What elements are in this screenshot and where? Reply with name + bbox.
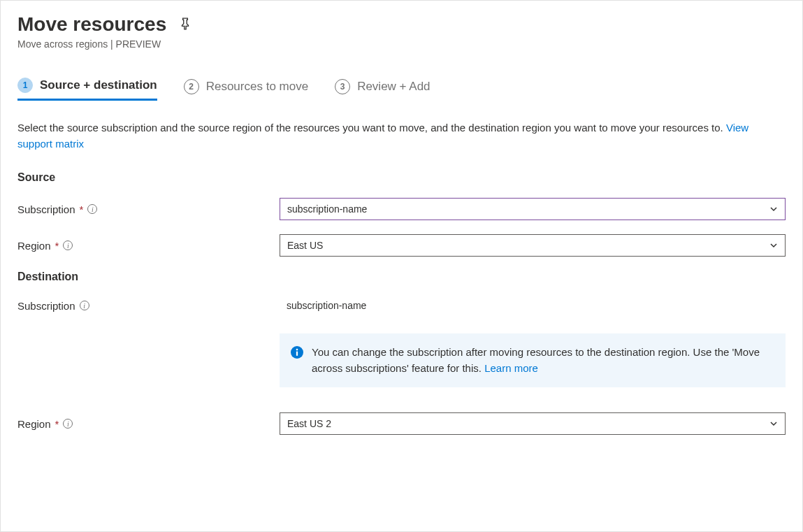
source-region-label: Region bbox=[17, 240, 51, 252]
chevron-down-icon bbox=[769, 205, 778, 213]
info-icon bbox=[291, 346, 303, 359]
svg-rect-2 bbox=[296, 352, 298, 356]
chevron-down-icon bbox=[769, 241, 778, 250]
required-indicator: * bbox=[55, 418, 59, 430]
source-subscription-label: Subscription bbox=[17, 203, 75, 215]
step-label: Source + destination bbox=[40, 78, 157, 92]
pin-icon[interactable] bbox=[179, 17, 191, 32]
destination-subscription-value: subscription-name bbox=[280, 297, 786, 314]
destination-region-dropdown[interactable]: East US 2 bbox=[280, 412, 786, 435]
destination-region-label: Region bbox=[17, 418, 51, 430]
source-heading: Source bbox=[17, 171, 786, 184]
page-subtitle: Move across regions | PREVIEW bbox=[17, 38, 786, 50]
step-label: Review + Add bbox=[357, 80, 430, 94]
destination-heading: Destination bbox=[17, 271, 786, 283]
page-title: Move resources bbox=[17, 13, 166, 36]
dropdown-value: East US bbox=[287, 240, 323, 251]
dropdown-value: subscription-name bbox=[287, 203, 367, 215]
destination-subscription-label: Subscription bbox=[17, 300, 75, 312]
info-icon[interactable]: i bbox=[63, 419, 73, 429]
step-number: 3 bbox=[335, 79, 350, 94]
intro-text: Select the source subscription and the s… bbox=[17, 120, 786, 152]
required-indicator: * bbox=[80, 203, 84, 215]
learn-more-link[interactable]: Learn more bbox=[484, 362, 538, 374]
info-box: You can change the subscription after mo… bbox=[280, 333, 786, 387]
source-region-dropdown[interactable]: East US bbox=[280, 234, 786, 257]
required-indicator: * bbox=[55, 240, 59, 252]
step-number: 1 bbox=[17, 78, 33, 93]
dropdown-value: East US 2 bbox=[287, 418, 331, 429]
step-number: 2 bbox=[184, 79, 199, 94]
step-label: Resources to move bbox=[206, 80, 308, 94]
step-resources-to-move[interactable]: 2 Resources to move bbox=[184, 78, 308, 101]
wizard-steps: 1 Source + destination 2 Resources to mo… bbox=[17, 78, 786, 101]
svg-point-1 bbox=[296, 349, 298, 351]
info-icon[interactable]: i bbox=[63, 240, 73, 250]
source-subscription-dropdown[interactable]: subscription-name bbox=[280, 198, 786, 220]
chevron-down-icon bbox=[769, 419, 778, 428]
info-icon[interactable]: i bbox=[80, 301, 89, 310]
step-source-destination[interactable]: 1 Source + destination bbox=[17, 78, 157, 101]
step-review-add[interactable]: 3 Review + Add bbox=[335, 78, 430, 101]
info-icon[interactable]: i bbox=[87, 204, 97, 214]
